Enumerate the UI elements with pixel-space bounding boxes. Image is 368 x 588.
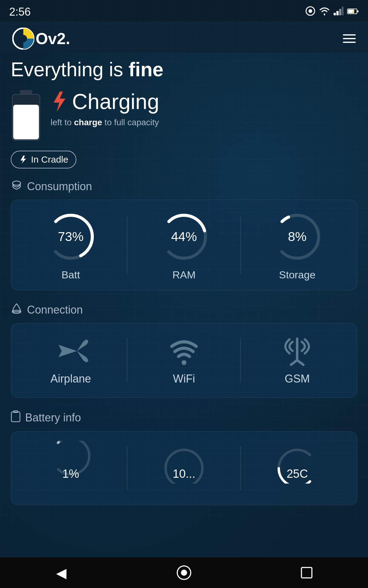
home-button[interactable]: [172, 560, 196, 585]
battery-amp-gauge: 10...: [156, 441, 212, 496]
svg-rect-4: [339, 9, 341, 15]
svg-point-17: [13, 181, 21, 185]
recents-button[interactable]: [294, 560, 319, 585]
storage-label: Storage: [279, 269, 316, 281]
consumption-icon: [11, 179, 22, 194]
bottom-nav: ◀: [0, 557, 368, 588]
battery-pct-value: 1%: [62, 467, 79, 481]
consumption-card: 73% Batt 44% RAM: [11, 200, 357, 290]
cradle-badge[interactable]: In Cradle: [11, 151, 76, 168]
battery-info-card: 1% 10... 25C: [11, 431, 357, 505]
status-icons: ⚡: [305, 6, 359, 18]
battery-temp-gauge: 25C: [270, 441, 325, 496]
battery-charging-section: Charging left to charge to full capacity: [11, 89, 357, 141]
back-button[interactable]: ◀: [49, 560, 74, 585]
connection-card: Airplane WiFi: [11, 323, 357, 398]
storage-value: 8%: [288, 229, 307, 244]
charging-status: Charging: [72, 89, 159, 114]
headline-highlight: fine: [128, 58, 163, 81]
battery-amp-metric: 10...: [127, 441, 240, 496]
svg-rect-14: [13, 105, 39, 139]
connection-section-header: Connection: [11, 303, 357, 317]
svg-rect-7: [357, 10, 358, 12]
svg-line-28: [297, 360, 303, 365]
notification-icon: [305, 6, 315, 18]
consumption-section-header: Consumption: [11, 179, 357, 194]
svg-rect-29: [11, 412, 20, 422]
battery-amp-value: 10...: [173, 467, 195, 481]
ram-value: 44%: [171, 229, 197, 244]
gsm-label: GSM: [285, 372, 310, 385]
battery-pct-gauge: 1%: [43, 441, 98, 496]
wifi-label: WiFi: [173, 372, 195, 385]
battery-info-label: Battery info: [25, 411, 81, 424]
signal-icon: [334, 7, 343, 17]
svg-point-37: [181, 570, 187, 576]
charging-title: Charging: [51, 89, 357, 114]
svg-point-11: [20, 35, 27, 42]
svg-marker-15: [54, 92, 65, 112]
status-bar: 2:56: [0, 0, 368, 21]
connection-icon: [11, 303, 22, 317]
svg-point-25: [182, 360, 186, 365]
svg-text:⚡: ⚡: [351, 10, 355, 13]
batt-value: 73%: [58, 229, 84, 244]
airplane-label: Airplane: [51, 372, 91, 385]
battery-info-icon: [11, 410, 21, 425]
battery-temp-value: 25C: [286, 467, 308, 481]
app-header: Ov2.: [0, 21, 368, 53]
charging-info: Charging left to charge to full capacity: [51, 89, 357, 127]
svg-rect-38: [301, 567, 312, 578]
logo: Ov2.: [12, 28, 70, 50]
battery-icon: [11, 89, 41, 141]
connection-label: Connection: [27, 303, 83, 316]
headline-prefix: Everything is: [11, 58, 128, 81]
wifi-status-icon: [319, 7, 330, 17]
metric-batt: 73% Batt: [14, 209, 127, 281]
svg-rect-12: [20, 90, 32, 94]
storage-gauge: 8%: [270, 209, 325, 264]
battery-info-section-header: Battery info: [11, 410, 357, 425]
svg-rect-2: [334, 13, 336, 15]
ram-label: RAM: [172, 269, 196, 281]
ram-gauge: 44%: [156, 209, 212, 264]
svg-point-1: [309, 9, 312, 13]
metric-ram: 44% RAM: [127, 209, 240, 281]
battery-status-icon: ⚡: [347, 7, 359, 17]
metric-storage: 8% Storage: [241, 209, 354, 281]
batt-label: Batt: [61, 269, 80, 281]
status-time: 2:56: [9, 6, 31, 18]
batt-gauge: 73%: [43, 209, 98, 264]
cradle-badge-label: In Cradle: [31, 154, 68, 165]
menu-button[interactable]: [343, 34, 356, 43]
logo-text: Ov2.: [36, 29, 70, 48]
consumption-label: Consumption: [27, 180, 92, 193]
main-content: Everything is fine: [0, 53, 368, 524]
connection-gsm: GSM: [241, 336, 354, 385]
status-headline: Everything is fine: [11, 59, 357, 80]
charging-subtitle: left to charge to full capacity: [51, 118, 357, 127]
battery-pct-metric: 1%: [14, 441, 127, 496]
svg-rect-3: [336, 11, 339, 15]
connection-airplane: Airplane: [14, 336, 127, 385]
connection-wifi: WiFi: [127, 336, 240, 385]
battery-temp-metric: 25C: [241, 441, 354, 496]
svg-rect-5: [342, 7, 343, 15]
svg-marker-16: [21, 156, 26, 164]
